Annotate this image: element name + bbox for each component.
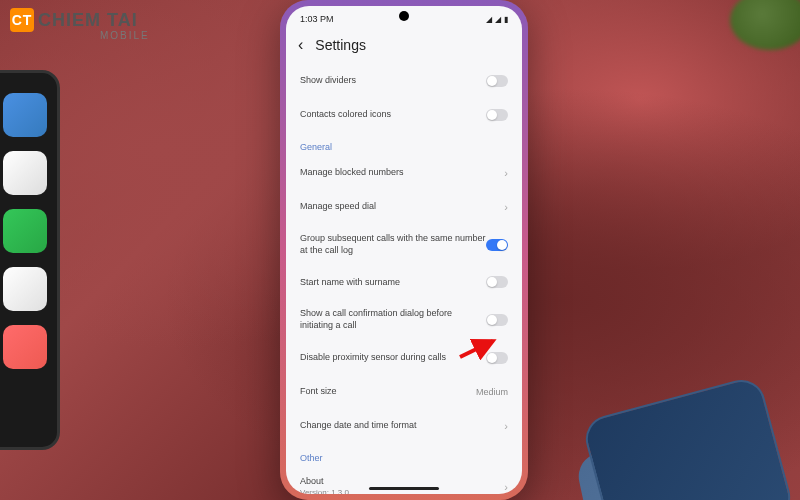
toggle-contacts-colored[interactable]	[486, 109, 508, 121]
home-indicator[interactable]	[369, 487, 439, 490]
ipad-prop	[0, 70, 60, 450]
ipad-app-icon	[3, 267, 47, 311]
row-confirm-dialog[interactable]: Show a call confirmation dialog before i…	[300, 299, 508, 340]
back-icon[interactable]: ‹	[298, 36, 303, 54]
signal-icon: ◢	[486, 15, 492, 24]
toggle-confirm-dialog[interactable]	[486, 314, 508, 326]
toggle-proximity-sensor[interactable]	[486, 352, 508, 364]
row-proximity-sensor[interactable]: Disable proximity sensor during calls	[300, 341, 508, 375]
row-contacts-colored[interactable]: Contacts colored icons	[300, 98, 508, 132]
toggle-group-calls[interactable]	[486, 239, 508, 251]
row-label: Font size	[300, 386, 476, 398]
row-surname-first[interactable]: Start name with surname	[300, 265, 508, 299]
logo-icon: CT	[10, 8, 34, 32]
row-label: Disable proximity sensor during calls	[300, 352, 486, 364]
row-date-format[interactable]: Change date and time format ›	[300, 409, 508, 443]
ipad-app-icon	[3, 93, 47, 137]
phone-screen: 1:03 PM ◢ ◢ ▮ ‹ Settings Show dividers C…	[286, 6, 522, 494]
font-size-value: Medium	[476, 387, 508, 397]
battery-icon: ▮	[504, 15, 508, 24]
section-other: Other	[300, 443, 508, 467]
chevron-icon: ›	[504, 420, 508, 432]
row-font-size[interactable]: Font size Medium	[300, 375, 508, 409]
row-show-dividers[interactable]: Show dividers	[300, 64, 508, 98]
row-label: Group subsequent calls with the same num…	[300, 233, 486, 256]
ipad-app-icon	[3, 209, 47, 253]
row-label: Change date and time format	[300, 420, 504, 432]
row-label: Show dividers	[300, 75, 486, 87]
row-group-calls[interactable]: Group subsequent calls with the same num…	[300, 224, 508, 265]
brand-sub: MOBILE	[100, 30, 150, 41]
chevron-icon: ›	[504, 481, 508, 493]
punch-hole-camera	[399, 11, 409, 21]
about-label: About	[300, 476, 504, 488]
ipad-app-icon	[3, 151, 47, 195]
chevron-icon: ›	[504, 201, 508, 213]
page-header: ‹ Settings	[286, 28, 522, 64]
section-general: General	[300, 132, 508, 156]
brand-name: CHIEM TAI	[38, 10, 138, 31]
chevron-icon: ›	[504, 167, 508, 179]
row-label: Manage blocked numbers	[300, 167, 504, 179]
main-phone: 1:03 PM ◢ ◢ ▮ ‹ Settings Show dividers C…	[280, 0, 528, 500]
toggle-show-dividers[interactable]	[486, 75, 508, 87]
settings-list: Show dividers Contacts colored icons Gen…	[286, 64, 522, 494]
toggle-surname-first[interactable]	[486, 276, 508, 288]
page-title: Settings	[315, 37, 366, 53]
row-label: Contacts colored icons	[300, 109, 486, 121]
row-manage-speed-dial[interactable]: Manage speed dial ›	[300, 190, 508, 224]
status-time: 1:03 PM	[300, 14, 334, 24]
row-label: Start name with surname	[300, 277, 486, 289]
ipad-app-icon	[3, 325, 47, 369]
row-manage-blocked[interactable]: Manage blocked numbers ›	[300, 156, 508, 190]
wifi-icon: ◢	[495, 15, 501, 24]
row-label: Manage speed dial	[300, 201, 504, 213]
row-label: Show a call confirmation dialog before i…	[300, 308, 486, 331]
brand-logo: CT CHIEM TAI	[10, 8, 138, 32]
